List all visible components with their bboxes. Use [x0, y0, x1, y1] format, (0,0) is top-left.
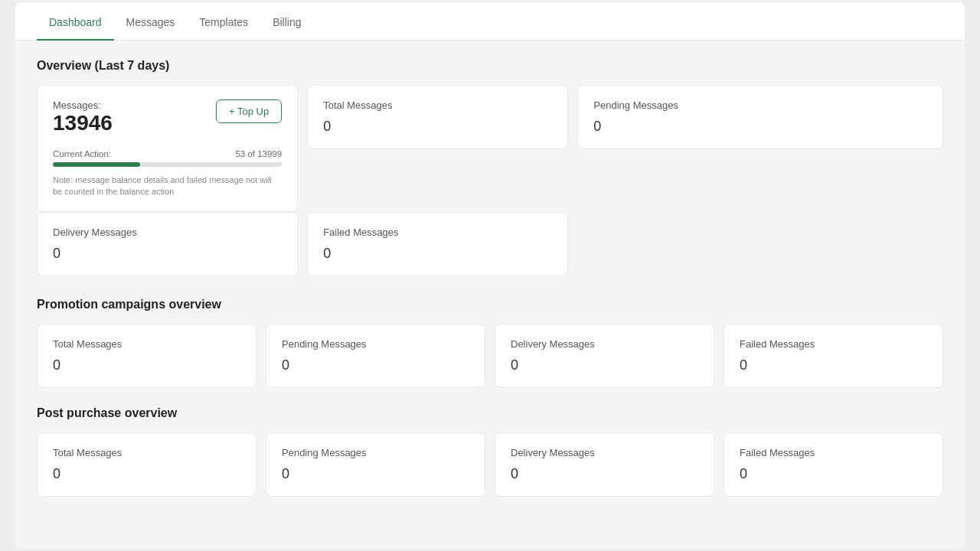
- promo-pending-label: Pending Messages: [282, 338, 469, 350]
- balance-label: Messages:: [53, 99, 113, 111]
- post-total-card: Total Messages 0: [37, 432, 256, 497]
- post-total-value: 0: [53, 466, 240, 482]
- post-pending-value: 0: [282, 466, 469, 482]
- balance-number: 13946: [53, 111, 113, 135]
- post-delivery-label: Delivery Messages: [511, 447, 698, 458]
- overview-delivery-messages-card: Delivery Messages 0: [37, 212, 298, 276]
- overview-failed-messages-label: Failed Messages: [323, 227, 552, 238]
- overview-delivery-messages-label: Delivery Messages: [53, 227, 282, 238]
- nav-bar: Dashboard Messages Templates Billing: [15, 2, 965, 41]
- overview-total-messages-label: Total Messages: [323, 99, 552, 111]
- promo-pending-value: 0: [282, 357, 469, 373]
- overview-section: Overview (Last 7 days) Total Messages 0 …: [37, 59, 943, 277]
- overview-delivery-messages-value: 0: [53, 246, 282, 262]
- overview-pending-messages-card: Pending Messages 0: [577, 85, 943, 149]
- promo-total-label: Total Messages: [53, 338, 240, 350]
- promo-pending-card: Pending Messages 0: [266, 324, 485, 388]
- tab-messages[interactable]: Messages: [114, 2, 188, 41]
- overview-failed-messages-card: Failed Messages 0: [307, 212, 568, 276]
- overview-pending-messages-value: 0: [593, 119, 927, 135]
- post-delivery-card: Delivery Messages 0: [495, 432, 714, 497]
- post-purchase-grid: Total Messages 0 Pending Messages 0 Deli…: [37, 432, 943, 497]
- balance-card: Messages: 13946 + Top Up Current Action:…: [37, 85, 298, 213]
- promo-total-card: Total Messages 0: [37, 324, 256, 388]
- balance-header: Messages: 13946 + Top Up: [53, 99, 282, 146]
- overview-failed-messages-value: 0: [323, 246, 552, 262]
- top-up-button[interactable]: + Top Up: [216, 99, 282, 123]
- promo-failed-value: 0: [740, 357, 927, 373]
- promotion-grid: Total Messages 0 Pending Messages 0 Deli…: [37, 324, 943, 388]
- overview-pending-messages-label: Pending Messages: [593, 99, 927, 111]
- tab-templates[interactable]: Templates: [187, 2, 260, 41]
- promo-delivery-label: Delivery Messages: [511, 338, 698, 350]
- promo-failed-card: Failed Messages 0: [724, 324, 943, 388]
- post-delivery-value: 0: [511, 466, 698, 482]
- post-failed-label: Failed Messages: [740, 447, 927, 458]
- tab-dashboard[interactable]: Dashboard: [37, 2, 114, 41]
- balance-note: Note: message balance details and failed…: [53, 174, 282, 198]
- post-purchase-title: Post purchase overview: [37, 406, 943, 420]
- promo-failed-label: Failed Messages: [740, 338, 927, 350]
- tab-billing[interactable]: Billing: [260, 2, 313, 41]
- post-pending-label: Pending Messages: [282, 447, 469, 458]
- post-pending-card: Pending Messages 0: [266, 432, 485, 497]
- current-action-value: 53 of 13999: [235, 149, 282, 158]
- overview-bottom-row: Delivery Messages 0 Failed Messages 0: [37, 212, 943, 276]
- promo-total-value: 0: [53, 357, 240, 373]
- post-total-label: Total Messages: [53, 447, 240, 458]
- promo-delivery-value: 0: [511, 357, 698, 373]
- main-content: Overview (Last 7 days) Total Messages 0 …: [15, 41, 965, 549]
- promo-delivery-card: Delivery Messages 0: [495, 324, 714, 388]
- overview-top-row: Total Messages 0 Pending Messages 0 Mess…: [37, 85, 943, 213]
- bottom-spacer: [37, 515, 943, 530]
- overview-title: Overview (Last 7 days): [37, 59, 943, 73]
- overview-total-messages-card: Total Messages 0: [307, 85, 568, 149]
- post-purchase-section: Post purchase overview Total Messages 0 …: [37, 406, 943, 497]
- current-action-label: Current Action:: [53, 149, 111, 158]
- app-container: Dashboard Messages Templates Billing Ove…: [15, 2, 965, 549]
- promotion-title: Promotion campaigns overview: [37, 298, 943, 311]
- progress-bar-fill: [53, 162, 140, 167]
- promotion-section: Promotion campaigns overview Total Messa…: [37, 298, 943, 388]
- post-failed-value: 0: [740, 466, 927, 482]
- progress-bar-background: [53, 162, 282, 167]
- post-failed-card: Failed Messages 0: [724, 432, 943, 497]
- overview-total-messages-value: 0: [323, 119, 552, 135]
- current-action-row: Current Action: 53 of 13999: [53, 149, 282, 158]
